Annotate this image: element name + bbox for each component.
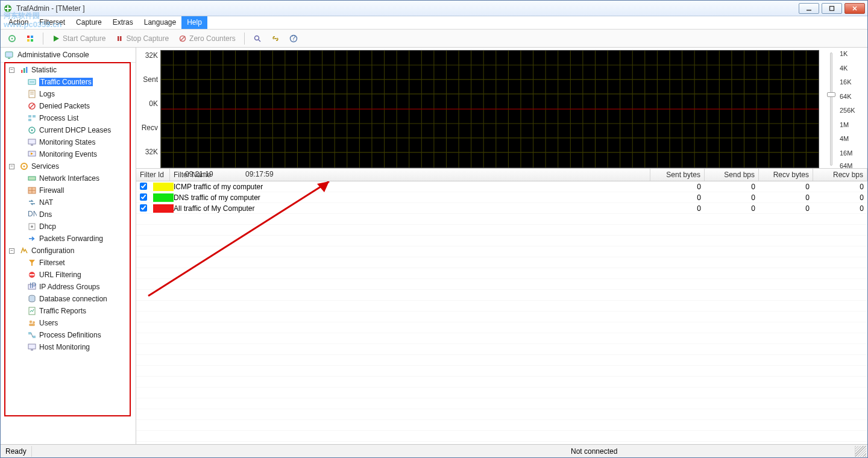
menu-extras[interactable]: Extras (107, 16, 139, 29)
tree-dhcp[interactable]: Dhcp (1, 221, 136, 233)
svg-point-18 (254, 36, 259, 40)
procdef-icon (27, 330, 37, 340)
filter-checkbox[interactable] (140, 183, 147, 190)
svg-rect-24 (21, 70, 23, 73)
link-button[interactable] (268, 33, 283, 44)
menu-help[interactable]: Help (181, 16, 207, 29)
nav-tree[interactable]: −Statistic Traffic Counters Logs Denied … (1, 63, 136, 444)
status-left: Ready (1, 446, 32, 457)
host-icon (27, 342, 37, 352)
menu-language[interactable]: Language (139, 16, 181, 29)
resize-grip[interactable] (855, 446, 866, 457)
zero-counters-button[interactable]: Zero Counters (175, 33, 239, 44)
tree-process-definitions[interactable]: Process Definitions (1, 329, 136, 341)
tree-db-connection[interactable]: Database connection (1, 293, 136, 305)
tree-host-monitoring[interactable]: Host Monitoring (1, 341, 136, 353)
forward-icon (27, 234, 37, 243)
svg-rect-36 (28, 119, 31, 121)
start-capture-button[interactable]: Start Capture (48, 33, 109, 44)
search-icon (253, 34, 262, 43)
dhcp-icon (27, 125, 37, 135)
tree-firewall[interactable]: Firewall (1, 184, 136, 196)
chart-time-axis: 09:21:19 09:17:59 (179, 170, 819, 178)
filter-row[interactable]: DNS traffic of my computer 0 0 0 0 (136, 192, 867, 203)
filter-row[interactable]: ICMP traffic of my computer 0 0 0 0 (136, 181, 867, 192)
sidebar: Administative Console −Statistic Traffic… (1, 48, 136, 444)
tree-users[interactable]: Users (1, 317, 136, 329)
svg-point-8 (11, 37, 13, 39)
reset-icon (178, 34, 187, 43)
zero-counters-label: Zero Counters (189, 34, 236, 43)
tree-traffic-reports[interactable]: Traffic Reports (1, 305, 136, 317)
users-icon (27, 318, 37, 328)
maximize-button[interactable] (822, 3, 842, 14)
counter-icon (27, 77, 37, 87)
svg-point-51 (31, 225, 33, 228)
logs-icon (27, 89, 37, 99)
tree-traffic-counters[interactable]: Traffic Counters (1, 76, 136, 88)
tree-denied-packets[interactable]: Denied Packets (1, 100, 136, 112)
svg-marker-52 (29, 260, 35, 266)
config-icon (19, 246, 29, 256)
tree-monitoring-events[interactable]: Monitoring Events (1, 148, 136, 160)
svg-rect-26 (26, 67, 28, 73)
tree-url-filtering[interactable]: URL Filtering (1, 269, 136, 281)
tree-network-interfaces[interactable]: Network Interfaces (1, 172, 136, 184)
svg-rect-9 (27, 36, 30, 38)
tree-logs[interactable]: Logs (1, 88, 136, 100)
palette-button[interactable] (22, 33, 38, 44)
chart-scale-slider[interactable]: 1K 4K 16K 64K 256K 1M 4M 16M 64M (822, 50, 864, 168)
tree-filterset[interactable]: Filterset (1, 257, 136, 269)
filters-table: Filter Id Filter Name Sent bytes Send bp… (136, 168, 867, 444)
chart-canvas: 09:21:19 09:17:59 (160, 50, 819, 168)
report-icon (27, 306, 37, 316)
tree-monitoring-states[interactable]: Monitoring States (1, 136, 136, 148)
col-filter-id[interactable]: Filter Id (136, 169, 170, 181)
svg-rect-22 (5, 52, 13, 57)
svg-text:?: ? (291, 34, 295, 42)
tree-process-list[interactable]: Process List (1, 112, 136, 124)
tree-ip-groups[interactable]: IPIP Address Groups (1, 281, 136, 293)
tree-configuration[interactable]: −Configuration Filterset URL Filtering I… (1, 245, 136, 353)
firewall-icon (27, 186, 37, 195)
svg-marker-13 (54, 36, 59, 42)
menu-capture[interactable]: Capture (71, 16, 107, 29)
minimize-button[interactable] (799, 3, 819, 14)
filter-row[interactable]: All traffic of My Computer 0 0 0 0 (136, 203, 867, 214)
status-right: Not connected (566, 446, 855, 457)
tree-packets-forwarding[interactable]: Packets Forwarding (1, 233, 136, 245)
collapse-icon[interactable]: − (9, 248, 14, 254)
menu-action[interactable]: Action (3, 16, 34, 29)
collapse-icon[interactable]: − (9, 164, 14, 169)
svg-point-59 (30, 321, 33, 324)
start-capture-label: Start Capture (63, 34, 105, 43)
tree-nat[interactable]: NAT (1, 196, 136, 209)
svg-rect-35 (33, 115, 36, 118)
collapse-icon[interactable]: − (9, 67, 14, 73)
menu-filterset[interactable]: Filterset (34, 16, 71, 29)
sidebar-title: Administative Console (17, 51, 89, 59)
svg-rect-63 (33, 336, 36, 338)
settings-button[interactable] (4, 33, 20, 44)
col-recv-bps[interactable]: Recv bps (813, 169, 867, 181)
slider-thumb[interactable] (827, 92, 835, 97)
tree-dns[interactable]: DNSDns (1, 209, 136, 221)
menu-bar: Action Filterset Capture Extras Language… (1, 16, 867, 30)
tree-statistic[interactable]: −Statistic Traffic Counters Logs Denied … (1, 64, 136, 160)
svg-rect-62 (28, 332, 31, 334)
gear-icon (8, 34, 16, 43)
svg-line-64 (31, 333, 33, 337)
close-button[interactable] (844, 3, 865, 14)
help-button[interactable]: ? (286, 33, 301, 44)
filter-checkbox[interactable] (140, 193, 147, 201)
search-button[interactable] (250, 33, 265, 44)
app-icon (3, 4, 13, 13)
tree-dhcp-leases[interactable]: Current DHCP Leases (1, 124, 136, 136)
sidebar-header: Administative Console (1, 48, 136, 63)
stop-capture-button[interactable]: Stop Capture (112, 33, 172, 44)
tree-services[interactable]: −Services Network Interfaces Firewall NA… (1, 160, 136, 245)
events-icon (27, 149, 37, 159)
svg-rect-4 (830, 6, 834, 10)
filter-checkbox[interactable] (140, 204, 147, 212)
svg-rect-25 (24, 68, 25, 73)
